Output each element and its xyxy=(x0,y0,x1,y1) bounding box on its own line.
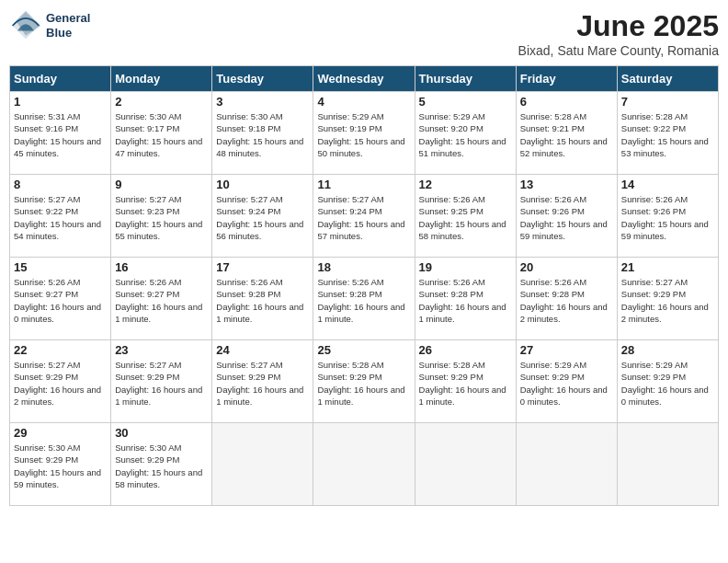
calendar-cell: 13Sunrise: 5:26 AMSunset: 9:26 PMDayligh… xyxy=(516,175,617,258)
location: Bixad, Satu Mare County, Romania xyxy=(518,43,719,58)
calendar-cell: 5Sunrise: 5:29 AMSunset: 9:20 PMDaylight… xyxy=(415,92,516,175)
header: General Blue June 2025 Bixad, Satu Mare … xyxy=(9,9,719,58)
day-number: 14 xyxy=(621,178,714,191)
title-area: June 2025 Bixad, Satu Mare County, Roman… xyxy=(518,9,719,58)
cell-info: Sunrise: 5:28 AMSunset: 9:22 PMDaylight:… xyxy=(621,111,709,158)
weekday-header-monday: Monday xyxy=(111,66,212,92)
cell-info: Sunrise: 5:26 AMSunset: 9:25 PMDaylight:… xyxy=(419,194,506,241)
cell-info: Sunrise: 5:30 AMSunset: 9:18 PMDaylight:… xyxy=(216,111,303,158)
weekday-header-saturday: Saturday xyxy=(617,66,718,92)
weekday-header-sunday: Sunday xyxy=(10,66,111,92)
calendar-cell xyxy=(415,423,516,506)
calendar-cell: 6Sunrise: 5:28 AMSunset: 9:21 PMDaylight… xyxy=(516,92,617,175)
day-number: 6 xyxy=(520,95,613,109)
calendar-cell: 26Sunrise: 5:28 AMSunset: 9:29 PMDayligh… xyxy=(415,340,516,423)
day-number: 1 xyxy=(14,95,107,109)
cell-info: Sunrise: 5:26 AMSunset: 9:28 PMDaylight:… xyxy=(317,277,404,324)
calendar-cell: 9Sunrise: 5:27 AMSunset: 9:23 PMDaylight… xyxy=(111,175,212,258)
day-number: 21 xyxy=(621,260,714,274)
calendar-cell: 8Sunrise: 5:27 AMSunset: 9:22 PMDaylight… xyxy=(10,175,111,258)
calendar-week-4: 22Sunrise: 5:27 AMSunset: 9:29 PMDayligh… xyxy=(10,340,719,423)
day-number: 5 xyxy=(419,95,512,109)
logo-line1: General xyxy=(46,11,90,26)
calendar-cell: 21Sunrise: 5:27 AMSunset: 9:29 PMDayligh… xyxy=(617,258,718,340)
day-number: 17 xyxy=(216,260,309,274)
cell-info: Sunrise: 5:27 AMSunset: 9:29 PMDaylight:… xyxy=(14,360,101,407)
calendar-cell: 7Sunrise: 5:28 AMSunset: 9:22 PMDaylight… xyxy=(617,92,718,175)
cell-info: Sunrise: 5:27 AMSunset: 9:29 PMDaylight:… xyxy=(115,360,202,407)
day-number: 3 xyxy=(216,95,309,109)
day-number: 22 xyxy=(14,343,107,357)
calendar-cell xyxy=(617,423,718,506)
logo-text: General Blue xyxy=(46,11,90,40)
cell-info: Sunrise: 5:26 AMSunset: 9:27 PMDaylight:… xyxy=(14,277,101,324)
calendar-cell: 16Sunrise: 5:26 AMSunset: 9:27 PMDayligh… xyxy=(111,258,212,340)
cell-info: Sunrise: 5:27 AMSunset: 9:24 PMDaylight:… xyxy=(216,194,303,241)
cell-info: Sunrise: 5:29 AMSunset: 9:19 PMDaylight:… xyxy=(317,111,404,158)
cell-info: Sunrise: 5:26 AMSunset: 9:26 PMDaylight:… xyxy=(520,194,608,241)
day-number: 19 xyxy=(419,260,512,274)
cell-info: Sunrise: 5:31 AMSunset: 9:16 PMDaylight:… xyxy=(14,111,101,158)
weekday-header-thursday: Thursday xyxy=(415,66,516,92)
calendar-cell: 1Sunrise: 5:31 AMSunset: 9:16 PMDaylight… xyxy=(10,92,111,175)
day-number: 29 xyxy=(14,426,107,440)
day-number: 24 xyxy=(216,343,309,357)
calendar-cell: 25Sunrise: 5:28 AMSunset: 9:29 PMDayligh… xyxy=(313,340,415,423)
calendar-cell: 3Sunrise: 5:30 AMSunset: 9:18 PMDaylight… xyxy=(212,92,313,175)
calendar-cell: 17Sunrise: 5:26 AMSunset: 9:28 PMDayligh… xyxy=(212,258,313,340)
cell-info: Sunrise: 5:26 AMSunset: 9:28 PMDaylight:… xyxy=(216,277,303,324)
day-number: 27 xyxy=(520,343,613,357)
cell-info: Sunrise: 5:27 AMSunset: 9:24 PMDaylight:… xyxy=(317,194,404,241)
calendar-week-5: 29Sunrise: 5:30 AMSunset: 9:29 PMDayligh… xyxy=(10,423,719,506)
cell-info: Sunrise: 5:29 AMSunset: 9:29 PMDaylight:… xyxy=(520,360,608,407)
day-number: 8 xyxy=(14,178,107,191)
calendar-cell: 30Sunrise: 5:30 AMSunset: 9:29 PMDayligh… xyxy=(111,423,212,506)
cell-info: Sunrise: 5:26 AMSunset: 9:28 PMDaylight:… xyxy=(419,277,506,324)
cell-info: Sunrise: 5:29 AMSunset: 9:29 PMDaylight:… xyxy=(621,360,709,407)
calendar-cell: 4Sunrise: 5:29 AMSunset: 9:19 PMDaylight… xyxy=(313,92,415,175)
calendar-cell: 20Sunrise: 5:26 AMSunset: 9:28 PMDayligh… xyxy=(516,258,617,340)
cell-info: Sunrise: 5:27 AMSunset: 9:29 PMDaylight:… xyxy=(621,277,709,324)
calendar-week-2: 8Sunrise: 5:27 AMSunset: 9:22 PMDaylight… xyxy=(10,175,719,258)
calendar-cell: 14Sunrise: 5:26 AMSunset: 9:26 PMDayligh… xyxy=(617,175,718,258)
weekday-header-wednesday: Wednesday xyxy=(313,66,415,92)
cell-info: Sunrise: 5:26 AMSunset: 9:26 PMDaylight:… xyxy=(621,194,709,241)
weekday-header-friday: Friday xyxy=(516,66,617,92)
cell-info: Sunrise: 5:27 AMSunset: 9:23 PMDaylight:… xyxy=(115,194,202,241)
cell-info: Sunrise: 5:30 AMSunset: 9:29 PMDaylight:… xyxy=(14,442,101,489)
calendar-cell: 23Sunrise: 5:27 AMSunset: 9:29 PMDayligh… xyxy=(111,340,212,423)
calendar-cell xyxy=(516,423,617,506)
day-number: 4 xyxy=(317,95,410,109)
calendar-week-1: 1Sunrise: 5:31 AMSunset: 9:16 PMDaylight… xyxy=(10,92,719,175)
day-number: 15 xyxy=(14,260,107,274)
day-number: 16 xyxy=(115,260,208,274)
calendar-cell: 27Sunrise: 5:29 AMSunset: 9:29 PMDayligh… xyxy=(516,340,617,423)
cell-info: Sunrise: 5:30 AMSunset: 9:29 PMDaylight:… xyxy=(115,442,202,489)
cell-info: Sunrise: 5:28 AMSunset: 9:21 PMDaylight:… xyxy=(520,111,608,158)
calendar-cell: 12Sunrise: 5:26 AMSunset: 9:25 PMDayligh… xyxy=(415,175,516,258)
day-number: 7 xyxy=(621,95,714,109)
calendar-cell xyxy=(212,423,313,506)
weekday-header-tuesday: Tuesday xyxy=(212,66,313,92)
day-number: 26 xyxy=(419,343,512,357)
day-number: 12 xyxy=(419,178,512,191)
calendar-cell: 18Sunrise: 5:26 AMSunset: 9:28 PMDayligh… xyxy=(313,258,415,340)
cell-info: Sunrise: 5:29 AMSunset: 9:20 PMDaylight:… xyxy=(419,111,506,158)
day-number: 10 xyxy=(216,178,309,191)
calendar-week-3: 15Sunrise: 5:26 AMSunset: 9:27 PMDayligh… xyxy=(10,258,719,340)
cell-info: Sunrise: 5:26 AMSunset: 9:28 PMDaylight:… xyxy=(520,277,608,324)
day-number: 13 xyxy=(520,178,613,191)
day-number: 25 xyxy=(317,343,410,357)
cell-info: Sunrise: 5:28 AMSunset: 9:29 PMDaylight:… xyxy=(419,360,506,407)
cell-info: Sunrise: 5:30 AMSunset: 9:17 PMDaylight:… xyxy=(115,111,202,158)
cell-info: Sunrise: 5:26 AMSunset: 9:27 PMDaylight:… xyxy=(115,277,202,324)
cell-info: Sunrise: 5:28 AMSunset: 9:29 PMDaylight:… xyxy=(317,360,404,407)
day-number: 18 xyxy=(317,260,410,274)
day-number: 23 xyxy=(115,343,208,357)
calendar-cell: 22Sunrise: 5:27 AMSunset: 9:29 PMDayligh… xyxy=(10,340,111,423)
day-number: 20 xyxy=(520,260,613,274)
day-number: 2 xyxy=(115,95,208,109)
calendar-cell: 2Sunrise: 5:30 AMSunset: 9:17 PMDaylight… xyxy=(111,92,212,175)
calendar-cell xyxy=(313,423,415,506)
day-number: 30 xyxy=(115,426,208,440)
